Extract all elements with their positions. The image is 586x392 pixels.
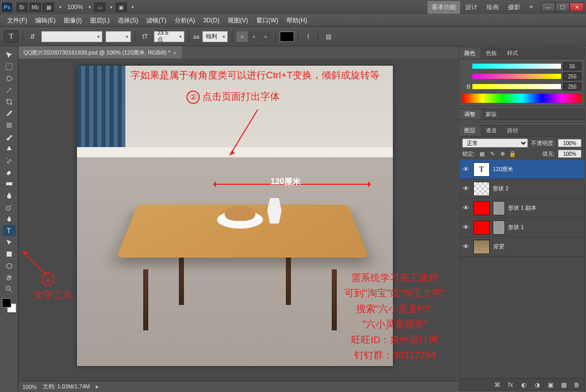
g-slider[interactable] bbox=[472, 74, 561, 79]
layer-thumbnail[interactable] bbox=[473, 201, 490, 215]
layer-name[interactable]: 120厘米 bbox=[493, 165, 513, 173]
eyedropper-tool[interactable] bbox=[3, 108, 16, 119]
lock-all-icon[interactable]: 🔒 bbox=[509, 150, 517, 158]
path-selection-tool[interactable] bbox=[3, 237, 16, 248]
font-family-dropdown[interactable] bbox=[41, 31, 102, 42]
visibility-icon[interactable]: 👁 bbox=[461, 242, 470, 251]
tab-channels[interactable]: 通道 bbox=[481, 125, 502, 136]
warp-text-icon[interactable]: ⌇ bbox=[303, 31, 314, 42]
mask-thumbnail[interactable] bbox=[493, 220, 505, 235]
new-layer-icon[interactable]: ▦ bbox=[559, 380, 568, 389]
layer-item[interactable]: 👁 背景 bbox=[459, 237, 584, 257]
tab-masks[interactable]: 蒙版 bbox=[481, 109, 502, 120]
tool-preset[interactable]: T bbox=[4, 31, 18, 43]
menu-edit[interactable]: 编辑(E) bbox=[31, 14, 60, 27]
tab-adjustments[interactable]: 调整 bbox=[459, 109, 481, 120]
magic-wand-tool[interactable] bbox=[3, 85, 16, 96]
tab-layers[interactable]: 图层 bbox=[459, 125, 481, 136]
zoom-level[interactable]: 100% bbox=[67, 4, 83, 11]
zoom-dropdown-icon[interactable]: ▾ bbox=[86, 5, 94, 10]
menu-analysis[interactable]: 分析(A) bbox=[171, 14, 199, 27]
layer-item[interactable]: 👁 形状 2 bbox=[459, 179, 584, 199]
minimize-button[interactable]: — bbox=[541, 3, 555, 12]
mask-thumbnail[interactable] bbox=[493, 201, 505, 215]
history-brush-tool[interactable] bbox=[3, 155, 16, 166]
opacity-input[interactable] bbox=[558, 139, 581, 147]
g-value[interactable] bbox=[563, 72, 581, 80]
zoom-tool[interactable] bbox=[3, 284, 16, 295]
dropdown-icon[interactable]: ▾ bbox=[56, 5, 64, 10]
menu-file[interactable]: 文件(F) bbox=[3, 14, 31, 27]
tab-paths[interactable]: 路径 bbox=[502, 125, 523, 136]
workspace-more[interactable]: » bbox=[525, 1, 537, 14]
layer-name[interactable]: 形状 1 bbox=[508, 223, 524, 231]
b-slider[interactable] bbox=[472, 84, 561, 89]
gradient-tool[interactable] bbox=[3, 178, 16, 189]
text-color-swatch[interactable] bbox=[280, 32, 294, 42]
stamp-tool[interactable] bbox=[3, 143, 16, 154]
marquee-tool[interactable] bbox=[3, 61, 16, 72]
maximize-button[interactable]: ☐ bbox=[555, 3, 570, 12]
layer-thumbnail[interactable] bbox=[473, 182, 490, 196]
dropdown-icon[interactable]: ▾ bbox=[108, 5, 116, 10]
canvas-viewport[interactable]: 120厘米 字如果是属于有角度类可以进行Ctrl+T变换，倾斜或旋转等 ② 点击… bbox=[18, 59, 458, 381]
move-tool[interactable] bbox=[3, 49, 16, 61]
close-tab-icon[interactable]: × bbox=[173, 50, 176, 56]
layer-name[interactable]: 背景 bbox=[493, 243, 504, 250]
layer-fx-icon[interactable]: fx bbox=[506, 380, 515, 389]
fill-input[interactable] bbox=[558, 150, 581, 158]
layer-name[interactable]: 形状 2 bbox=[493, 185, 509, 192]
workspace-tab-painting[interactable]: 绘画 bbox=[483, 1, 503, 14]
healing-tool[interactable] bbox=[3, 120, 16, 131]
layer-thumbnail[interactable] bbox=[473, 220, 490, 235]
align-left-button[interactable]: ≡ bbox=[236, 32, 248, 42]
tab-styles[interactable]: 样式 bbox=[502, 48, 523, 59]
menu-help[interactable]: 帮助(H) bbox=[282, 14, 311, 27]
color-picker[interactable] bbox=[2, 298, 16, 313]
menu-3d[interactable]: 3D(D) bbox=[199, 15, 224, 26]
b-value[interactable] bbox=[563, 82, 581, 91]
spectrum-bar[interactable] bbox=[462, 94, 581, 103]
character-panel-icon[interactable]: ▤ bbox=[323, 31, 334, 42]
font-weight-dropdown[interactable] bbox=[105, 31, 131, 42]
layer-mask-icon[interactable]: ◐ bbox=[519, 380, 528, 389]
link-layers-icon[interactable]: ⌘ bbox=[493, 380, 502, 389]
text-orientation-icon[interactable]: ⇵ bbox=[27, 31, 38, 42]
view-extras-button[interactable]: ▦ bbox=[43, 3, 54, 12]
menu-window[interactable]: 窗口(W) bbox=[252, 14, 282, 27]
workspace-tab-essentials[interactable]: 基本功能 bbox=[428, 1, 460, 14]
workspace-tab-design[interactable]: 设计 bbox=[461, 1, 482, 14]
blend-mode-select[interactable]: 正常 bbox=[462, 138, 528, 148]
workspace-tab-photography[interactable]: 摄影 bbox=[504, 1, 524, 14]
type-tool[interactable]: T bbox=[3, 225, 16, 236]
layer-thumbnail[interactable] bbox=[473, 240, 490, 254]
menu-layer[interactable]: 图层(L) bbox=[86, 14, 114, 27]
document-tab[interactable]: QQ图片20200730161838.psd @ 100% (120厘米, RG… bbox=[18, 46, 182, 59]
font-size-dropdown[interactable]: 23.5 点 bbox=[154, 31, 184, 42]
menu-image[interactable]: 图像(I) bbox=[60, 14, 86, 27]
pen-tool[interactable] bbox=[3, 213, 16, 225]
antialias-dropdown[interactable]: 锐利 bbox=[202, 31, 228, 42]
3d-tool[interactable] bbox=[3, 260, 16, 271]
tab-color[interactable]: 颜色 bbox=[459, 48, 481, 59]
folder-icon[interactable]: ▣ bbox=[546, 380, 555, 389]
brush-tool[interactable] bbox=[3, 131, 16, 143]
bridge-button[interactable]: Br bbox=[16, 3, 28, 12]
layer-name[interactable]: 形状 1 副本 bbox=[508, 204, 537, 212]
r-slider[interactable] bbox=[472, 64, 561, 69]
lasso-tool[interactable] bbox=[3, 73, 16, 84]
screen-mode-button[interactable]: ▣ bbox=[116, 3, 127, 12]
close-button[interactable]: ✕ bbox=[570, 3, 584, 12]
r-value[interactable] bbox=[563, 62, 581, 70]
dodge-tool[interactable] bbox=[3, 202, 16, 213]
visibility-icon[interactable]: 👁 bbox=[461, 204, 470, 213]
menu-view[interactable]: 视图(V) bbox=[224, 14, 252, 27]
menu-select[interactable]: 选择(S) bbox=[114, 14, 142, 27]
minibridge-button[interactable]: Mb bbox=[30, 3, 41, 12]
status-zoom[interactable]: 100% bbox=[22, 384, 37, 390]
visibility-icon[interactable]: 👁 bbox=[461, 223, 470, 232]
tab-swatches[interactable]: 色板 bbox=[481, 48, 502, 59]
eraser-tool[interactable] bbox=[3, 166, 16, 178]
lock-pixels-icon[interactable]: ✎ bbox=[488, 150, 496, 158]
blur-tool[interactable] bbox=[3, 190, 16, 201]
